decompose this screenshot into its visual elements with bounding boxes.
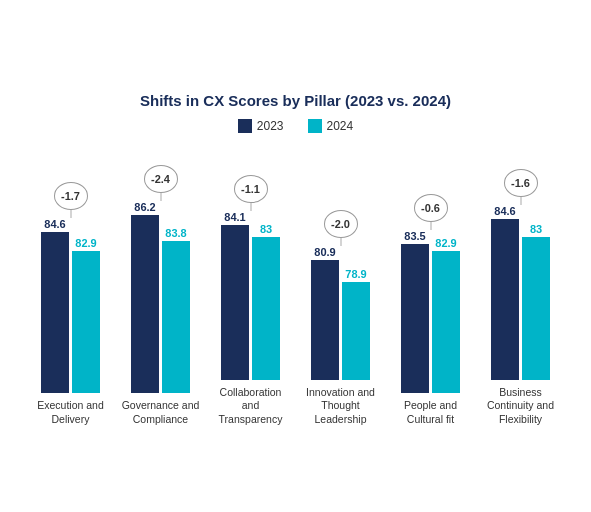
bar-2023-1	[131, 215, 159, 393]
delta-line-3	[340, 238, 341, 246]
bars-and-delta-0: -1.784.682.9	[41, 218, 100, 393]
pillar-group-4: -0.683.582.9People and Cultural fit	[392, 230, 470, 426]
bar-2023-0	[41, 232, 69, 393]
bar-2024-2	[252, 237, 280, 380]
chart-title: Shifts in CX Scores by Pillar (2023 vs. …	[26, 92, 566, 109]
bar-value-2024-2: 83	[260, 223, 272, 235]
bar-value-2024-1: 83.8	[165, 227, 186, 239]
bar-value-2023-1: 86.2	[134, 201, 155, 213]
bar-value-2024-3: 78.9	[345, 268, 366, 280]
bar-value-2023-2: 84.1	[224, 211, 245, 223]
legend-swatch-2023	[238, 119, 252, 133]
legend-item-2023: 2023	[238, 119, 284, 133]
pillar-label-5: Business Continuity and Flexibility	[482, 386, 560, 427]
bar-2024-0	[72, 251, 100, 393]
bars-and-delta-2: -1.184.183	[221, 211, 280, 380]
legend-swatch-2024	[308, 119, 322, 133]
bar-2023-3	[311, 260, 339, 380]
delta-line-2	[250, 203, 251, 211]
bar-col-2023-4: 83.5	[401, 230, 429, 393]
bar-value-2024-5: 83	[530, 223, 542, 235]
delta-badge-4: -0.6	[414, 194, 448, 222]
chart-area: -1.784.682.9Execution and Delivery-2.486…	[26, 147, 566, 427]
pillar-group-5: -1.684.683Business Continuity and Flexib…	[482, 205, 560, 427]
legend-item-2024: 2024	[308, 119, 354, 133]
bar-value-2023-5: 84.6	[494, 205, 515, 217]
bar-value-2024-4: 82.9	[435, 237, 456, 249]
bar-2024-5	[522, 237, 550, 380]
bars-wrapper-5: 84.683	[491, 205, 550, 380]
delta-badge-5: -1.6	[504, 169, 538, 197]
bar-col-2024-5: 83	[522, 223, 550, 380]
pillar-label-1: Governance and Compliance	[122, 399, 200, 426]
bars-and-delta-5: -1.684.683	[491, 205, 550, 380]
delta-badge-1: -2.4	[144, 165, 178, 193]
bar-2023-5	[491, 219, 519, 380]
legend-label-2023: 2023	[257, 119, 284, 133]
bar-2023-4	[401, 244, 429, 393]
delta-badge-2: -1.1	[234, 175, 268, 203]
bar-col-2023-1: 86.2	[131, 201, 159, 393]
bar-value-2023-4: 83.5	[404, 230, 425, 242]
delta-line-4	[430, 222, 431, 230]
bars-and-delta-3: -2.080.978.9	[311, 246, 370, 380]
pillar-group-1: -2.486.283.8Governance and Compliance	[122, 201, 200, 426]
bar-col-2024-1: 83.8	[162, 227, 190, 393]
bars-wrapper-3: 80.978.9	[311, 246, 370, 380]
bar-value-2024-0: 82.9	[75, 237, 96, 249]
pillar-group-3: -2.080.978.9Innovation and Thought Leade…	[302, 246, 380, 427]
bar-col-2023-5: 84.6	[491, 205, 519, 380]
bar-col-2024-4: 82.9	[432, 237, 460, 393]
bar-col-2023-0: 84.6	[41, 218, 69, 393]
legend-label-2024: 2024	[327, 119, 354, 133]
bar-2023-2	[221, 225, 249, 380]
chart-container: Shifts in CX Scores by Pillar (2023 vs. …	[16, 76, 576, 437]
bars-wrapper-0: 84.682.9	[41, 218, 100, 393]
bar-col-2023-3: 80.9	[311, 246, 339, 380]
delta-line-0	[70, 210, 71, 218]
bars-and-delta-1: -2.486.283.8	[131, 201, 190, 393]
pillar-label-3: Innovation and Thought Leadership	[302, 386, 380, 427]
chart-legend: 2023 2024	[26, 119, 566, 133]
bar-col-2024-0: 82.9	[72, 237, 100, 393]
bar-2024-4	[432, 251, 460, 393]
bar-2024-1	[162, 241, 190, 393]
pillar-label-0: Execution and Delivery	[32, 399, 110, 426]
pillar-label-4: People and Cultural fit	[392, 399, 470, 426]
delta-badge-0: -1.7	[54, 182, 88, 210]
bars-wrapper-1: 86.283.8	[131, 201, 190, 393]
delta-badge-3: -2.0	[324, 210, 358, 238]
bar-value-2023-0: 84.6	[44, 218, 65, 230]
bars-and-delta-4: -0.683.582.9	[401, 230, 460, 393]
pillar-group-2: -1.184.183Collaboration and Transparency	[212, 211, 290, 427]
bars-wrapper-2: 84.183	[221, 211, 280, 380]
pillar-group-0: -1.784.682.9Execution and Delivery	[32, 218, 110, 426]
bar-2024-3	[342, 282, 370, 380]
bar-value-2023-3: 80.9	[314, 246, 335, 258]
bar-col-2024-2: 83	[252, 223, 280, 380]
delta-line-5	[520, 197, 521, 205]
bar-col-2023-2: 84.1	[221, 211, 249, 380]
pillar-label-2: Collaboration and Transparency	[212, 386, 290, 427]
delta-line-1	[160, 193, 161, 201]
bar-col-2024-3: 78.9	[342, 268, 370, 380]
bars-wrapper-4: 83.582.9	[401, 230, 460, 393]
